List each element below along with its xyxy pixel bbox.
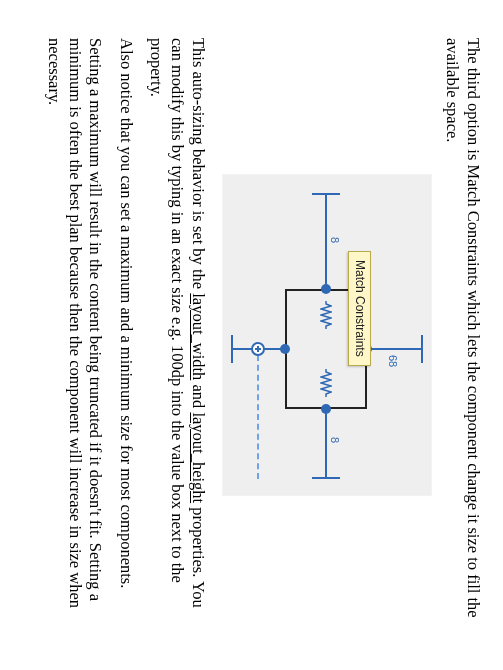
- constraint-tick-left: [312, 193, 340, 195]
- text: and: [189, 380, 208, 412]
- handle-left: [321, 284, 331, 294]
- dim-right: 8: [327, 437, 341, 443]
- constraint-line-top: [367, 348, 423, 350]
- spring-left-icon: [320, 301, 332, 329]
- paragraph-1: The third option is Match Constraints wh…: [442, 38, 483, 632]
- tooltip-match-constraints: Match Constraints: [348, 251, 371, 366]
- paragraph-4: Setting a maximum will result in the con…: [43, 38, 105, 632]
- dim-left: 8: [327, 237, 341, 243]
- constraint-figure: 68 8 8 Match Constraints: [222, 174, 432, 496]
- constraint-tick-right: [312, 477, 340, 479]
- text: This auto-sizing behavior is set by the: [189, 38, 208, 293]
- dim-top: 68: [385, 355, 399, 367]
- underline-layout-height: layout_height: [189, 412, 208, 503]
- constraint-tick-bottom: [231, 335, 233, 363]
- handle-bottom: [280, 344, 290, 354]
- constraint-tick-top: [421, 335, 423, 363]
- baseline-plus-icon: [251, 342, 265, 356]
- underline-layout-width: layout_width: [189, 293, 208, 380]
- handle-right: [321, 404, 331, 414]
- constraint-line-right: [325, 409, 327, 479]
- paragraph-3: Also notice that you can set a maximum a…: [115, 38, 136, 632]
- baseline-dash: [257, 355, 259, 479]
- spring-right-icon: [320, 369, 332, 397]
- document-page: The third option is Match Constraints wh…: [13, 0, 503, 670]
- paragraph-2: This auto-sizing behavior is set by the …: [146, 38, 208, 632]
